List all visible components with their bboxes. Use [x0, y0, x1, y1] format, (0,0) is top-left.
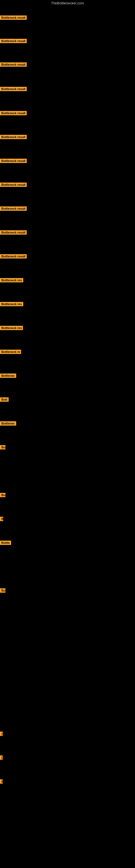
badge-6: Bottleneck result [0, 135, 27, 139]
badge-15: Bottleneck re [0, 350, 21, 354]
badge-18: Bottlenec [0, 421, 16, 426]
badge-25: | [0, 755, 3, 760]
badge-22: Bottle [0, 540, 11, 545]
badge-2: Bottleneck result [0, 39, 27, 43]
badge-8: Bottleneck result [0, 183, 27, 187]
badge-17: Bott [0, 397, 9, 402]
badge-20: Bo [0, 493, 5, 497]
badge-12: Bottleneck res [0, 278, 23, 282]
badge-24: | [0, 732, 3, 736]
badge-11: Bottleneck result [0, 254, 27, 258]
badge-1: Bottleneck result [0, 16, 27, 20]
badge-23: Bo [0, 588, 5, 593]
badge-13: Bottleneck res [0, 302, 23, 306]
badge-26: E [0, 779, 3, 784]
badge-7: Bottleneck result [0, 159, 27, 163]
badge-16: Bottlenec [0, 373, 16, 378]
badge-4: Bottleneck result [0, 87, 27, 91]
badge-10: Bottleneck result [0, 230, 27, 235]
badge-5: Bottleneck result [0, 111, 27, 115]
badge-14: Bottleneck res [0, 326, 23, 330]
badge-19: Bo [0, 445, 5, 450]
badge-3: Bottleneck result [0, 62, 27, 67]
badge-9: Bottleneck result [0, 207, 27, 211]
badge-21: B [0, 517, 3, 521]
